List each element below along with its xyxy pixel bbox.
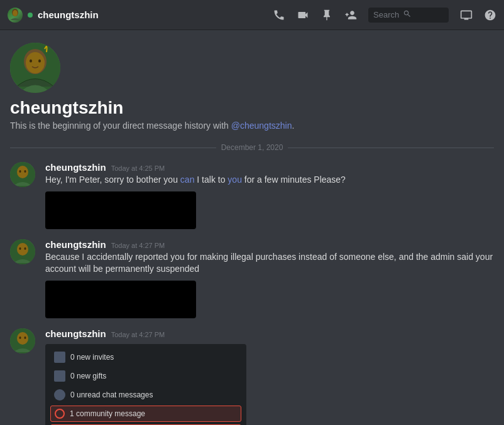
redacted-box-1 (45, 191, 196, 229)
invites-label: 0 new invites (70, 353, 114, 362)
msg-time-2: Today at 4:27 PM (111, 242, 165, 249)
search-label: Search (373, 10, 399, 19)
svg-point-5 (30, 60, 32, 63)
svg-point-18 (25, 336, 26, 339)
steam-row-gifts: 0 new gifts (50, 368, 241, 384)
msg-text-can: can (180, 175, 195, 185)
profile-desc-before: This is the beginning of your direct mes… (10, 121, 231, 131)
message-group-1: cheungtszhin Today at 4:25 PM Hey, I'm P… (10, 162, 494, 229)
msg-time-3: Today at 4:27 PM (111, 331, 165, 338)
msg-content-3: cheungtszhin Today at 4:27 PM 0 new invi… (45, 328, 494, 425)
divider-line-left (10, 148, 216, 148)
svg-point-13 (19, 247, 21, 250)
divider-line-right (288, 148, 494, 148)
steam-row-community: 1 community message (50, 406, 241, 422)
msg-header-2: cheungtszhin Today at 4:27 PM (45, 239, 494, 250)
profile-header: cheungtszhin This is the beginning of yo… (10, 43, 494, 131)
svg-point-8 (17, 166, 28, 178)
msg-text-1: Hey, I'm Peter, sorry to bother you can … (45, 174, 494, 186)
steam-row-chat: 0 unread chat messages (50, 387, 241, 403)
message-group-2: cheungtszhin Today at 4:27 PM Because I … (10, 239, 494, 318)
msg-avatar-3 (10, 328, 35, 353)
community-label: 1 community message (70, 409, 145, 418)
online-indicator (28, 13, 33, 18)
msg-author-3: cheungtszhin (45, 328, 106, 339)
top-bar: cheungtszhin Search (0, 0, 504, 30)
profile-avatar-large (10, 43, 60, 93)
svg-point-17 (19, 336, 21, 339)
date-divider: December 1, 2020 (10, 143, 494, 152)
profile-desc: This is the beginning of your direct mes… (10, 121, 494, 131)
top-bar-username: cheungtszhin (38, 9, 99, 20)
svg-point-9 (19, 170, 21, 173)
help-icon[interactable] (484, 9, 496, 21)
msg-time-1: Today at 4:25 PM (111, 164, 165, 172)
msg-content-2: cheungtszhin Today at 4:27 PM Because I … (45, 239, 494, 318)
svg-point-10 (25, 170, 26, 173)
msg-avatar-2 (10, 239, 35, 264)
top-bar-avatar (8, 8, 23, 23)
msg-text-you: you (227, 175, 242, 185)
msg-content-1: cheungtszhin Today at 4:25 PM Hey, I'm P… (45, 162, 494, 229)
steam-screenshot-embed: 0 new invites 0 new gifts 0 unread chat … (45, 344, 246, 425)
call-icon[interactable] (273, 9, 285, 21)
add-friend-icon[interactable] (344, 9, 357, 21)
invites-icon (54, 352, 65, 363)
pin-icon[interactable] (320, 9, 333, 21)
community-red-circle (55, 409, 65, 419)
chat-icon-row (54, 389, 65, 401)
msg-avatar-1 (10, 162, 35, 187)
search-icon (403, 9, 412, 20)
msg-author-2: cheungtszhin (45, 239, 106, 250)
gifts-icon (54, 370, 65, 382)
video-icon[interactable] (297, 9, 309, 21)
profile-name: cheungtszhin (10, 98, 494, 118)
profile-mention: @cheungtszhin (231, 121, 292, 131)
msg-text-2: Because I accidentally reported you for … (45, 251, 494, 276)
gifts-label: 0 new gifts (70, 372, 106, 380)
monitor-icon[interactable] (460, 9, 473, 21)
msg-header-1: cheungtszhin Today at 4:25 PM (45, 162, 494, 173)
top-bar-icons: Search (273, 8, 496, 23)
msg-header-3: cheungtszhin Today at 4:27 PM (45, 328, 494, 339)
search-bar[interactable]: Search (368, 8, 449, 23)
main-content: cheungtszhin This is the beginning of yo… (0, 30, 504, 425)
svg-point-1 (13, 10, 18, 16)
chat-label: 0 unread chat messages (70, 390, 153, 399)
profile-desc-after: . (292, 121, 294, 131)
redacted-box-2 (45, 281, 196, 318)
date-divider-text: December 1, 2020 (221, 143, 283, 152)
steam-row-invites: 0 new invites (50, 349, 241, 365)
svg-point-14 (25, 247, 26, 250)
svg-point-16 (17, 332, 28, 345)
top-bar-left: cheungtszhin (8, 8, 99, 23)
steam-embed-inner: 0 new invites 0 new gifts 0 unread chat … (45, 344, 246, 425)
message-group-3: cheungtszhin Today at 4:27 PM 0 new invi… (10, 328, 494, 425)
msg-author-1: cheungtszhin (45, 162, 106, 173)
svg-point-6 (38, 60, 41, 63)
svg-point-4 (26, 52, 45, 73)
svg-point-12 (17, 243, 28, 256)
